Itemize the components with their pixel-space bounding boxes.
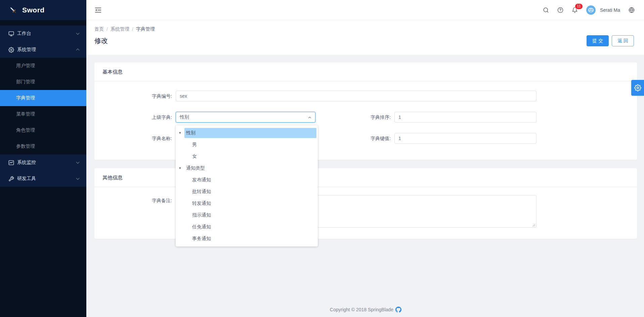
gear-icon bbox=[8, 47, 14, 53]
sword-icon bbox=[9, 6, 17, 14]
user-name[interactable]: Serati Ma bbox=[600, 7, 620, 13]
avatar[interactable] bbox=[586, 5, 596, 15]
dict-key-input[interactable] bbox=[394, 133, 536, 144]
sidebar-item-label: 部门管理 bbox=[16, 79, 35, 85]
notifications-button[interactable]: 11 bbox=[572, 7, 578, 13]
tree-item-label: 通知类型 bbox=[184, 163, 316, 173]
tree-item-label: 任免通知 bbox=[190, 222, 316, 232]
breadcrumb-home[interactable]: 首页 bbox=[94, 26, 104, 32]
breadcrumb-separator: / bbox=[132, 27, 133, 32]
help-icon[interactable] bbox=[557, 7, 563, 13]
sidebar-item-department-management[interactable]: 部门管理 bbox=[0, 74, 86, 90]
back-button[interactable]: 返 回 bbox=[612, 35, 634, 46]
chevron-up-icon bbox=[76, 49, 80, 52]
tree-item-label: 发布通知 bbox=[190, 175, 316, 185]
dict-code-input[interactable] bbox=[176, 91, 536, 101]
tree-item-affair-notice[interactable]: 事务通知 bbox=[176, 233, 318, 244]
breadcrumb-dict: 字典管理 bbox=[136, 26, 155, 32]
tree-item-forward-notice[interactable]: 转发通知 bbox=[176, 197, 318, 209]
tree-item-label: 男 bbox=[190, 140, 316, 150]
tree-item-label: 事务通知 bbox=[190, 234, 316, 244]
tree-item-notice-type[interactable]: ▾ 通知类型 bbox=[176, 162, 318, 174]
sidebar: Sword 工作台 系统管理 用户管理 部门管理 字典管理 菜单管理 角色管理 … bbox=[0, 0, 86, 317]
dict-remark-label: 字典备注: bbox=[94, 195, 176, 229]
tree-item-label: 批转通知 bbox=[190, 187, 316, 197]
tree-item-label: 指示通知 bbox=[190, 210, 316, 220]
dict-key-label: 字典键值: bbox=[315, 133, 394, 144]
tree-item-publish-notice[interactable]: 发布通知 bbox=[176, 174, 318, 186]
sidebar-item-dict-management[interactable]: 字典管理 bbox=[0, 90, 86, 106]
sidebar-item-user-management[interactable]: 用户管理 bbox=[0, 58, 86, 74]
basic-info-card-title: 基本信息 bbox=[94, 62, 637, 81]
submit-button[interactable]: 提 交 bbox=[587, 35, 609, 46]
sidebar-item-label: 菜单管理 bbox=[16, 111, 35, 117]
sidebar-item-label: 研发工具 bbox=[17, 176, 36, 182]
sidebar-menu: 工作台 系统管理 用户管理 部门管理 字典管理 菜单管理 角色管理 参数管理 系… bbox=[0, 20, 86, 187]
dict-code-label: 字典编号: bbox=[94, 91, 176, 101]
footer: Copyright © 2018 SpringBlade bbox=[94, 303, 637, 317]
header-actions: 11 Serati Ma bbox=[543, 5, 635, 15]
dict-sort-input[interactable] bbox=[394, 112, 536, 123]
tree-item-instruct-notice[interactable]: 指示通知 bbox=[176, 209, 318, 221]
page-title: 修改 bbox=[94, 36, 108, 45]
sidebar-item-role-management[interactable]: 角色管理 bbox=[0, 122, 86, 138]
gear-icon bbox=[634, 84, 641, 91]
parent-dict-value: 性别 bbox=[180, 114, 189, 120]
tree-caret-icon[interactable]: ▾ bbox=[179, 166, 184, 170]
tree-item-label: 女 bbox=[190, 151, 316, 162]
sidebar-item-system-monitor[interactable]: 系统监控 bbox=[0, 154, 86, 171]
chevron-down-icon bbox=[76, 161, 80, 164]
chevron-down-icon bbox=[76, 177, 80, 180]
parent-dict-select[interactable]: 性别 bbox=[176, 112, 315, 123]
wrench-icon bbox=[8, 176, 14, 182]
sidebar-item-label: 角色管理 bbox=[16, 127, 35, 133]
tree-item-label: 性别 bbox=[184, 128, 316, 138]
dict-name-label: 字典名称: bbox=[94, 133, 176, 144]
app-logo[interactable]: Sword bbox=[0, 0, 86, 20]
parent-dict-dropdown: ▾ 性别 男 女 ▾ 通知类型 发布通知 批转通知 转发通知 指示通知 任免通知… bbox=[176, 125, 318, 246]
github-icon[interactable] bbox=[395, 307, 401, 313]
chevron-down-icon bbox=[76, 32, 80, 35]
top-header: 11 Serati Ma bbox=[86, 0, 644, 20]
parent-dict-label: 上级字典: bbox=[94, 112, 176, 123]
sidebar-item-workbench[interactable]: 工作台 bbox=[0, 26, 86, 42]
tree-item-gender[interactable]: ▾ 性别 bbox=[176, 127, 318, 139]
tree-item-appoint-notice[interactable]: 任免通知 bbox=[176, 221, 318, 233]
sidebar-item-menu-management[interactable]: 菜单管理 bbox=[0, 106, 86, 122]
main-content: 基本信息 字典编号: 上级字典: 性别 bbox=[86, 55, 644, 317]
search-icon[interactable] bbox=[543, 7, 549, 13]
line-chart-icon bbox=[8, 160, 14, 166]
sidebar-item-dev-tools[interactable]: 研发工具 bbox=[0, 171, 86, 187]
breadcrumb: 首页 / 系统管理 / 字典管理 bbox=[94, 26, 634, 32]
tree-item-female[interactable]: 女 bbox=[176, 150, 318, 162]
tree-caret-icon[interactable]: ▾ bbox=[179, 131, 184, 135]
sidebar-item-label: 参数管理 bbox=[16, 143, 35, 149]
page-head: 首页 / 系统管理 / 字典管理 修改 提 交 返 回 bbox=[86, 20, 644, 55]
chevron-up-icon bbox=[307, 115, 312, 120]
breadcrumb-separator: / bbox=[106, 27, 108, 32]
tree-item-label: 转发通知 bbox=[190, 198, 316, 209]
tree-item-male[interactable]: 男 bbox=[176, 139, 318, 150]
breadcrumb-system[interactable]: 系统管理 bbox=[111, 26, 129, 32]
sidebar-item-label: 字典管理 bbox=[16, 95, 35, 101]
sidebar-item-label: 用户管理 bbox=[16, 63, 35, 69]
globe-icon[interactable] bbox=[629, 7, 635, 13]
tree-item-approve-notice[interactable]: 批转通知 bbox=[176, 186, 318, 197]
sidebar-item-param-management[interactable]: 参数管理 bbox=[0, 138, 86, 154]
sidebar-item-system-management[interactable]: 系统管理 bbox=[0, 42, 86, 58]
dict-sort-label: 字典排序: bbox=[315, 112, 394, 123]
settings-button[interactable] bbox=[631, 80, 644, 96]
copyright-text: Copyright © 2018 SpringBlade bbox=[330, 307, 393, 312]
monitor-icon bbox=[8, 31, 14, 37]
sidebar-item-label: 系统监控 bbox=[17, 160, 36, 166]
sidebar-item-label: 工作台 bbox=[17, 31, 31, 37]
menu-fold-icon[interactable] bbox=[94, 6, 102, 14]
page-actions: 提 交 返 回 bbox=[587, 35, 634, 46]
app-name: Sword bbox=[22, 6, 45, 14]
notification-badge: 11 bbox=[575, 3, 583, 9]
sidebar-item-label: 系统管理 bbox=[17, 47, 36, 53]
